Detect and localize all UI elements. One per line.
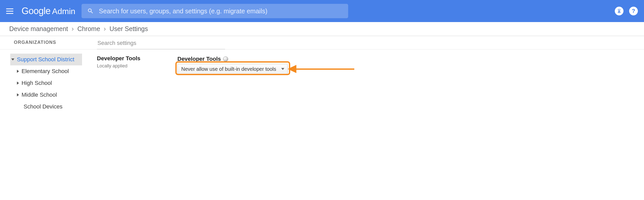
chevron-right-icon: › xyxy=(72,25,74,33)
setting-label-text: Developer Tools xyxy=(177,56,221,62)
setting-applied-scope: Locally applied xyxy=(97,63,156,69)
breadcrumb-item[interactable]: User Settings xyxy=(109,25,148,33)
breadcrumb-item[interactable]: Chrome xyxy=(77,25,100,33)
org-item-label: Middle School xyxy=(22,92,57,98)
logo-primary: Google xyxy=(22,6,51,16)
help-icon[interactable]: ? xyxy=(629,7,638,15)
lightbulb-icon[interactable] xyxy=(223,56,228,62)
trial-hourglass-icon[interactable] xyxy=(615,7,623,15)
logo-secondary: Admin xyxy=(52,7,75,16)
main-area: Support School District Elementary Schoo… xyxy=(0,49,644,113)
org-item[interactable]: Middle School xyxy=(17,89,82,101)
org-sidebar: Support School District Elementary Schoo… xyxy=(0,52,82,113)
org-children: Elementary School High School Middle Sch… xyxy=(10,65,82,113)
setting-section-title: Developer Tools xyxy=(97,55,156,62)
chevron-down-icon xyxy=(11,58,14,61)
chevron-right-icon xyxy=(17,82,19,85)
org-item-label: School Devices xyxy=(24,103,63,110)
dropdown-selected-value: Never allow use of built-in developer to… xyxy=(181,66,276,72)
breadcrumb: Device management › Chrome › User Settin… xyxy=(0,22,644,36)
breadcrumb-item[interactable]: Device management xyxy=(9,25,68,33)
org-item[interactable]: Elementary School xyxy=(17,65,82,77)
search-icon xyxy=(87,8,94,14)
setting-label: Developer Tools xyxy=(177,56,288,62)
chevron-right-icon: › xyxy=(104,25,106,33)
org-heading-col: ORGANIZATIONS xyxy=(0,36,82,49)
subheader: ORGANIZATIONS xyxy=(0,36,644,49)
global-search-input[interactable] xyxy=(99,7,343,15)
settings-content: Developer Tools Locally applied Develope… xyxy=(82,52,644,113)
org-item-root[interactable]: Support School District xyxy=(10,54,82,65)
settings-search-col xyxy=(82,36,644,49)
app-logo[interactable]: Google Admin xyxy=(22,6,75,16)
setting-section-meta: Developer Tools Locally applied xyxy=(97,55,156,69)
org-item[interactable]: High School xyxy=(17,77,82,89)
global-search[interactable] xyxy=(82,4,348,18)
org-item-label: Support School District xyxy=(17,56,74,63)
setting-control: Developer Tools Never allow use of built… xyxy=(177,55,288,74)
header-actions: ? xyxy=(615,7,638,15)
annotation-arrow xyxy=(288,66,354,72)
organizations-heading: ORGANIZATIONS xyxy=(14,40,82,45)
app-header: Google Admin ? xyxy=(0,0,644,22)
global-search-wrap xyxy=(82,4,348,18)
developer-tools-dropdown[interactable]: Never allow use of built-in developer to… xyxy=(177,64,288,74)
chevron-right-icon xyxy=(17,70,19,73)
org-item-label: Elementary School xyxy=(22,68,69,75)
hamburger-menu-icon[interactable] xyxy=(6,6,15,16)
chevron-right-icon xyxy=(17,93,19,96)
settings-search-input[interactable] xyxy=(97,38,225,49)
org-item[interactable]: School Devices xyxy=(17,101,82,113)
org-item-label: High School xyxy=(22,80,52,86)
